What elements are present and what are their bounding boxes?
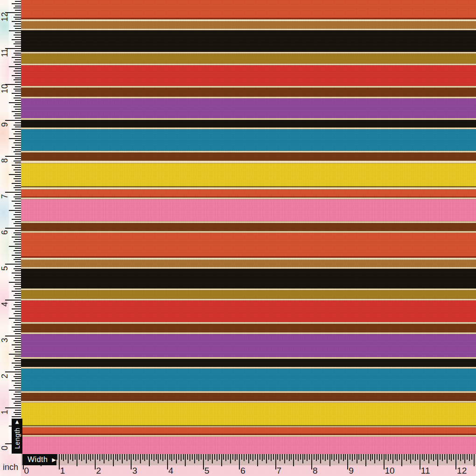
- left-ruler-tick: [9, 66, 21, 67]
- fabric-stripe-brown: [21, 88, 476, 97]
- bottom-ruler-tick: [435, 454, 436, 460]
- left-ruler-tick: [15, 109, 21, 110]
- bottom-ruler-number: 11: [421, 466, 430, 476]
- left-ruler-number: 1: [0, 406, 10, 418]
- left-ruler-tick: [14, 385, 21, 386]
- fabric-stripe-red: [21, 65, 476, 86]
- bottom-ruler-tick: [437, 454, 438, 466]
- left-ruler-tick: [15, 73, 21, 74]
- bottom-ruler-tick: [361, 454, 362, 461]
- left-ruler-tick: [14, 277, 21, 278]
- bottom-ruler-tick: [302, 454, 303, 463]
- bottom-ruler-tick: [201, 454, 202, 460]
- bottom-ruler-tick: [255, 454, 256, 460]
- bottom-ruler-tick: [368, 454, 369, 460]
- left-ruler-tick: [14, 106, 21, 107]
- left-ruler-tick: [15, 297, 21, 298]
- bottom-ruler-tick: [192, 454, 193, 460]
- left-ruler-tick: [14, 214, 21, 215]
- bottom-ruler-tick: [203, 454, 204, 469]
- bottom-ruler-tick: [244, 454, 245, 461]
- left-ruler-tick: [14, 349, 21, 350]
- bottom-ruler-tick: [273, 454, 274, 460]
- fabric-stripe-purple: [21, 334, 476, 357]
- bottom-ruler-tick: [194, 454, 195, 463]
- bottom-ruler-tick: [178, 454, 179, 460]
- bottom-ruler-tick: [122, 454, 123, 463]
- left-ruler-tick: [15, 122, 21, 123]
- left-ruler-tick: [12, 183, 21, 184]
- bottom-ruler-tick: [467, 454, 468, 460]
- left-ruler-tick: [15, 50, 21, 51]
- bottom-ruler-tick: [154, 454, 154, 461]
- bottom-ruler-tick: [147, 454, 147, 460]
- bottom-ruler-tick: [464, 454, 465, 463]
- left-ruler-tick: [15, 252, 21, 253]
- left-ruler-tick: [15, 239, 21, 240]
- bottom-ruler-tick: [284, 454, 285, 463]
- left-ruler-number: 10: [0, 83, 10, 94]
- bottom-ruler-tick: [336, 454, 337, 460]
- left-ruler-tick: [14, 161, 21, 161]
- left-ruler-tick: [14, 403, 21, 404]
- bottom-ruler-tick: [422, 454, 423, 460]
- left-ruler-tick: [12, 3, 21, 4]
- fabric-stripe-black: [21, 120, 476, 127]
- left-ruler-tick: [14, 26, 21, 27]
- left-ruler-tick: [14, 358, 21, 359]
- left-ruler-tick: [15, 140, 21, 141]
- left-ruler-tick: [15, 158, 21, 159]
- left-ruler-tick: [12, 237, 21, 238]
- bottom-ruler-tick: [59, 454, 60, 469]
- bottom-ruler-tick: [63, 454, 64, 461]
- bottom-ruler-tick: [287, 454, 287, 460]
- bottom-ruler-tick: [95, 454, 96, 469]
- bottom-ruler-tick: [250, 454, 251, 460]
- left-ruler-tick: [14, 313, 21, 314]
- left-ruler-tick: [15, 154, 21, 154]
- bottom-ruler-tick: [106, 454, 107, 460]
- left-ruler-tick: [15, 6, 21, 7]
- left-ruler-tick: [15, 315, 21, 316]
- bottom-ruler-tick: [129, 454, 130, 460]
- bottom-ruler-tick: [271, 454, 272, 461]
- left-ruler-tick: [12, 308, 21, 309]
- left-ruler-tick: [9, 246, 21, 247]
- bottom-ruler-tick: [379, 454, 380, 461]
- left-ruler-tick: [15, 410, 21, 411]
- fabric-stripe-red: [21, 301, 476, 322]
- bottom-ruler-tick: [262, 454, 263, 461]
- bottom-ruler-tick: [171, 454, 172, 461]
- left-ruler-number: 9: [0, 119, 10, 130]
- left-ruler-tick: [12, 380, 21, 381]
- bottom-ruler-tick: [68, 454, 69, 463]
- left-ruler-tick: [15, 347, 21, 348]
- left-ruler-tick: [15, 333, 21, 334]
- bottom-ruler-tick: [309, 454, 310, 460]
- left-ruler-tick: [12, 363, 21, 364]
- left-ruler-tick: [9, 138, 21, 139]
- bottom-ruler-tick: [239, 454, 240, 469]
- left-ruler-tick: [15, 118, 21, 119]
- bottom-ruler-tick: [350, 454, 350, 460]
- bottom-ruler-tick: [433, 454, 434, 461]
- bottom-ruler-tick: [345, 454, 346, 460]
- left-ruler-tick: [15, 203, 21, 204]
- bottom-ruler-tick: [235, 454, 236, 461]
- bottom-ruler-tick: [354, 454, 355, 460]
- left-ruler-tick: [15, 378, 21, 379]
- left-ruler-tick: [15, 10, 21, 11]
- bottom-ruler-tick: [334, 454, 335, 461]
- bottom-ruler-tick: [61, 454, 62, 460]
- left-ruler-tick: [14, 187, 21, 188]
- arrow-right-icon: ▶: [52, 457, 56, 463]
- fabric-stripe-orange: [21, 189, 476, 196]
- bottom-ruler-tick: [241, 454, 242, 460]
- fabric-stripe-tan: [21, 260, 476, 267]
- bottom-ruler-number: 4: [168, 466, 174, 476]
- bottom-ruler-tick: [205, 454, 206, 460]
- bottom-ruler-tick: [370, 454, 371, 461]
- left-ruler-tick: [9, 210, 21, 211]
- bottom-ruler-tick: [232, 454, 233, 460]
- bottom-ruler-tick: [280, 454, 280, 461]
